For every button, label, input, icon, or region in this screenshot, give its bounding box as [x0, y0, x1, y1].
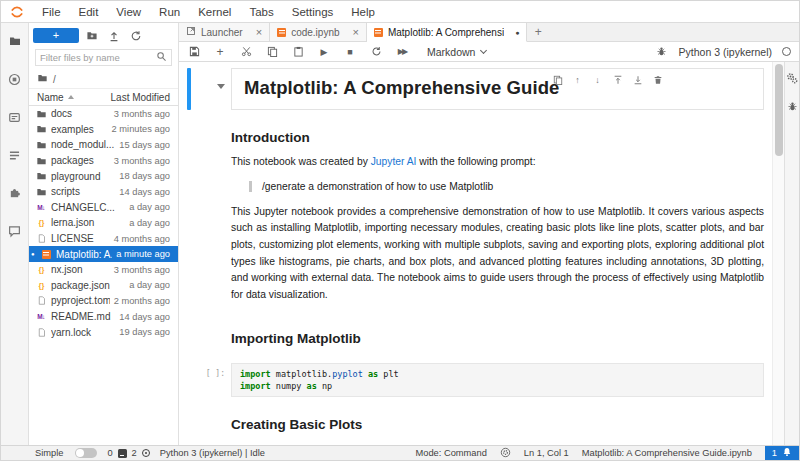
- json-icon: { }: [35, 264, 47, 276]
- copy-cells-icon[interactable]: [265, 45, 279, 59]
- code-cell[interactable]: [ ]: import matplotlib.pyplot as pltimpo…: [187, 363, 768, 397]
- tab-code-ipynb[interactable]: code.ipynb ×: [270, 23, 367, 41]
- running-sessions-icon[interactable]: [7, 71, 23, 87]
- file-row[interactable]: { }package.jsona day ago: [29, 278, 178, 294]
- cell-type-dropdown[interactable]: Markdown: [427, 46, 486, 58]
- column-name[interactable]: Name: [37, 92, 111, 103]
- menu-tabs[interactable]: Tabs: [240, 1, 282, 23]
- new-folder-icon[interactable]: [83, 28, 101, 43]
- markdown-cell-introduction[interactable]: Introduction This notebook was created b…: [187, 118, 768, 311]
- menu-run[interactable]: Run: [150, 1, 189, 23]
- new-tab-button[interactable]: +: [527, 23, 549, 41]
- new-launcher-button[interactable]: +: [33, 28, 79, 43]
- collapse-caret-icon[interactable]: [217, 84, 225, 89]
- file-browser-toolbar: +: [29, 23, 178, 47]
- menu-settings[interactable]: Settings: [283, 1, 343, 23]
- notebook-toolbar: + ▶ ■ ▶▶ Markdown: [179, 42, 799, 62]
- notifications-badge[interactable]: 1: [765, 446, 799, 460]
- right-activity-bar: [784, 62, 799, 445]
- refresh-icon[interactable]: [127, 28, 145, 43]
- file-row[interactable]: M↓CHANGELC...a day ago: [29, 200, 178, 216]
- notebook-scrollbar[interactable]: [772, 62, 784, 445]
- restart-kernel-icon[interactable]: [369, 45, 383, 59]
- file-row[interactable]: playground18 days ago: [29, 168, 178, 184]
- property-inspector-icon[interactable]: [786, 72, 798, 84]
- code-editor[interactable]: import matplotlib.pyplot as pltimport nu…: [231, 363, 764, 397]
- debugger-icon[interactable]: [786, 100, 798, 112]
- close-tab-icon[interactable]: ×: [256, 26, 262, 38]
- file-row[interactable]: { }lerna.jsona day ago: [29, 215, 178, 231]
- file-row[interactable]: yarn.lock19 days ago: [29, 324, 178, 340]
- debugger-icon[interactable]: [655, 45, 669, 59]
- move-cell-up-icon[interactable]: ↑: [572, 74, 583, 85]
- active-notebook-filename[interactable]: Matplotlib: A Comprehensive Guide.ipynb: [582, 448, 752, 458]
- save-icon[interactable]: [187, 45, 201, 59]
- chat-icon[interactable]: [7, 223, 23, 239]
- active-cell-indicator: [187, 68, 191, 110]
- delete-cell-icon[interactable]: [652, 74, 663, 85]
- file-row[interactable]: examples2 minutes ago: [29, 122, 178, 138]
- file-row[interactable]: LICENSE4 months ago: [29, 231, 178, 247]
- markdown-cell-title[interactable]: Matplotlib: A Comprehensive Guide ↑ ↓: [187, 68, 768, 110]
- toc-icon[interactable]: [7, 147, 23, 163]
- menu-file[interactable]: File: [33, 1, 70, 23]
- cut-cells-icon[interactable]: [239, 45, 253, 59]
- file-row[interactable]: node_modul...15 days ago: [29, 137, 178, 153]
- close-tab-icon[interactable]: ×: [353, 26, 359, 38]
- file-row[interactable]: packages3 months ago: [29, 153, 178, 169]
- menu-help[interactable]: Help: [342, 1, 384, 23]
- upload-icon[interactable]: [105, 28, 123, 43]
- execution-prompt: [ ]:: [206, 369, 225, 397]
- extensions-icon[interactable]: [7, 185, 23, 201]
- tab-launcher[interactable]: Launcher ×: [179, 23, 270, 41]
- run-all-icon[interactable]: ▶▶: [395, 45, 409, 59]
- folder-icon: [35, 170, 47, 182]
- insert-cell-above-icon[interactable]: [612, 74, 623, 85]
- breadcrumb-root[interactable]: /: [53, 74, 56, 85]
- files-icon[interactable]: [7, 33, 23, 49]
- terminal-icon[interactable]: [118, 449, 127, 458]
- jupyter-ai-link[interactable]: Jupyter AI: [371, 156, 417, 167]
- menu-view[interactable]: View: [107, 1, 150, 23]
- cursor-position[interactable]: Ln 1, Col 1: [524, 448, 569, 458]
- menu-edit[interactable]: Edit: [70, 1, 108, 23]
- jupyter-logo: [7, 4, 27, 20]
- file-row[interactable]: { }nx.json3 months ago: [29, 262, 178, 278]
- duplicate-cell-icon[interactable]: [552, 74, 563, 85]
- kernel-status-text[interactable]: Python 3 (ipykernel) | Idle: [160, 448, 265, 458]
- menu-kernel[interactable]: Kernel: [189, 1, 240, 23]
- breadcrumb[interactable]: /: [29, 70, 178, 89]
- section-heading-importing: Importing Matplotlib: [231, 331, 764, 346]
- column-last-modified[interactable]: Last Modified: [111, 92, 170, 103]
- filter-files-input[interactable]: [40, 52, 156, 63]
- command-mode-indicator[interactable]: Mode: Command: [416, 448, 487, 458]
- folder-icon: [35, 186, 47, 198]
- file-row[interactable]: scripts14 days ago: [29, 184, 178, 200]
- kernel-name[interactable]: Python 3 (ipykernel): [679, 46, 772, 58]
- launcher-card-icon[interactable]: [7, 109, 23, 125]
- markdown-icon: M↓: [35, 311, 47, 323]
- stop-kernel-icon[interactable]: ■: [343, 45, 357, 59]
- run-cell-icon[interactable]: ▶: [317, 45, 331, 59]
- scrollbar-thumb[interactable]: [775, 64, 783, 156]
- insert-cell-icon[interactable]: +: [213, 45, 227, 59]
- tab-matplotlib-guide[interactable]: Matplotlib: A Comprehensi ●: [367, 23, 527, 42]
- kernel-icon[interactable]: [142, 449, 150, 457]
- file-row[interactable]: M↓README.md14 days ago: [29, 309, 178, 325]
- file-icon: [35, 233, 47, 245]
- markdown-cell-basic-plots[interactable]: Creating Basic Plots: [187, 405, 768, 441]
- kernel-status-icon[interactable]: [782, 47, 791, 56]
- section-heading-introduction: Introduction: [231, 130, 764, 145]
- home-folder-icon[interactable]: [37, 73, 48, 85]
- launcher-icon: [186, 26, 196, 38]
- file-row[interactable]: pyproject.toml2 months ago: [29, 293, 178, 309]
- simple-mode-toggle[interactable]: [75, 448, 97, 458]
- markdown-cell-importing[interactable]: Importing Matplotlib: [187, 319, 768, 355]
- file-row[interactable]: ●Matplotlib: A...a minute ago: [29, 246, 178, 262]
- accessibility-icon[interactable]: [500, 447, 511, 460]
- notebook-title: Matplotlib: A Comprehensive Guide: [244, 77, 751, 99]
- file-row[interactable]: docs3 months ago: [29, 106, 178, 122]
- insert-cell-below-icon[interactable]: [632, 74, 643, 85]
- paste-cells-icon[interactable]: [291, 45, 305, 59]
- move-cell-down-icon[interactable]: ↓: [592, 74, 603, 85]
